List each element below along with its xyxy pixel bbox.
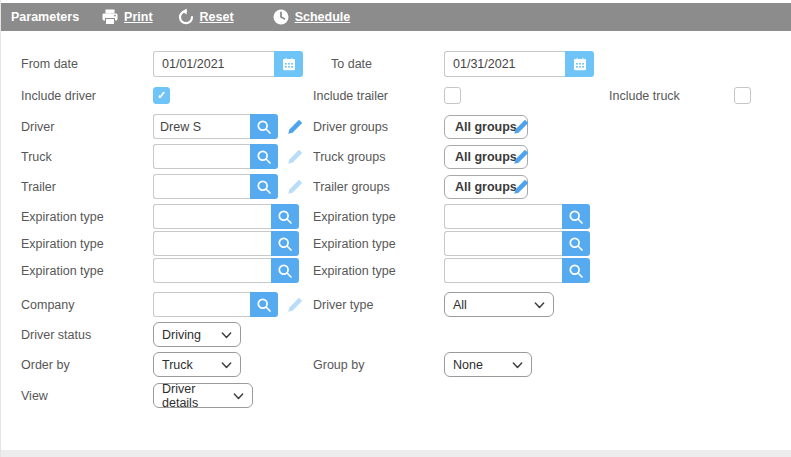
expiration-search-field xyxy=(444,204,590,229)
driver-status-select[interactable]: Driving xyxy=(153,322,241,347)
truck-edit-pencil-icon[interactable] xyxy=(286,148,304,166)
magnifier-icon xyxy=(256,179,272,195)
driver-type-label: Driver type xyxy=(313,292,373,318)
expiration-search-button[interactable] xyxy=(562,231,590,256)
trailer-label: Trailer xyxy=(21,174,56,200)
to-date-field xyxy=(444,51,594,77)
view-select[interactable]: Driver details xyxy=(153,383,253,408)
include-trailer-checkbox[interactable]: ✓ xyxy=(444,87,461,104)
include-trailer-label: Include trailer xyxy=(313,83,388,109)
company-edit-pencil-icon[interactable] xyxy=(286,296,304,314)
company-search-field xyxy=(153,292,278,317)
truck-label: Truck xyxy=(21,144,52,170)
driver-groups-label: Driver groups xyxy=(313,114,388,140)
include-truck-label: Include truck xyxy=(609,83,680,109)
expiration-type-label: Expiration type xyxy=(313,204,396,230)
driver-input[interactable] xyxy=(153,114,250,139)
from-date-label: From date xyxy=(21,51,78,77)
calendar-icon xyxy=(572,56,588,72)
trailer-groups-label: Trailer groups xyxy=(313,174,390,200)
chevron-down-icon xyxy=(220,330,233,340)
order-by-select[interactable]: Truck xyxy=(153,352,241,377)
driver-status-label: Driver status xyxy=(21,322,91,348)
expiration-input-right-1[interactable] xyxy=(444,204,562,229)
expiration-row-1: Expiration type Expiration type xyxy=(1,204,791,230)
driver-groups-edit-pencil-icon[interactable] xyxy=(512,118,530,136)
driver-row: Driver Driver groups All groups xyxy=(1,114,791,140)
truck-groups-edit-pencil-icon[interactable] xyxy=(512,148,530,166)
from-date-field xyxy=(153,51,303,77)
reset-button[interactable]: Reset xyxy=(177,8,234,26)
expiration-search-field xyxy=(444,258,590,283)
expiration-input-right-2[interactable] xyxy=(444,231,562,256)
include-truck-checkbox[interactable]: ✓ xyxy=(734,87,751,104)
chevron-down-icon xyxy=(533,300,546,310)
chevron-down-icon xyxy=(232,391,245,401)
parameters-panel: Parameters Print Reset Schedule From dat… xyxy=(0,0,791,457)
expiration-type-label: Expiration type xyxy=(21,258,104,284)
chevron-down-icon xyxy=(511,360,524,370)
truck-groups-label: Truck groups xyxy=(313,144,385,170)
trailer-input[interactable] xyxy=(153,174,250,199)
trailer-edit-pencil-icon[interactable] xyxy=(286,178,304,196)
magnifier-icon xyxy=(568,263,584,279)
company-row: Company Driver type All xyxy=(1,292,791,318)
expiration-input-left-3[interactable] xyxy=(153,258,271,283)
trailer-search-field xyxy=(153,174,278,199)
include-row: Include driver ✓ Include trailer ✓ Inclu… xyxy=(1,83,791,109)
to-date-input[interactable] xyxy=(444,51,565,77)
expiration-search-button[interactable] xyxy=(562,204,590,229)
truck-search-button[interactable] xyxy=(250,144,278,169)
truck-input[interactable] xyxy=(153,144,250,169)
expiration-search-button[interactable] xyxy=(271,231,299,256)
driver-type-select[interactable]: All xyxy=(444,292,554,317)
view-value: Driver details xyxy=(162,382,226,410)
date-row: From date To date xyxy=(1,51,791,77)
expiration-search-button[interactable] xyxy=(271,258,299,283)
expiration-row-2: Expiration type Expiration type xyxy=(1,231,791,257)
expiration-search-field xyxy=(153,204,299,229)
expiration-type-label: Expiration type xyxy=(21,204,104,230)
expiration-type-label: Expiration type xyxy=(21,231,104,257)
magnifier-icon xyxy=(277,209,293,225)
expiration-input-right-3[interactable] xyxy=(444,258,562,283)
include-driver-label: Include driver xyxy=(21,83,96,109)
truck-search-field xyxy=(153,144,278,169)
printer-icon xyxy=(101,8,119,26)
print-button[interactable]: Print xyxy=(101,8,152,26)
bottom-divider xyxy=(1,450,791,457)
trailer-row: Trailer Trailer groups All groups xyxy=(1,174,791,200)
order-by-value: Truck xyxy=(162,358,193,372)
panel-title: Parameters xyxy=(11,10,79,24)
to-date-calendar-button[interactable] xyxy=(565,51,594,77)
schedule-button[interactable]: Schedule xyxy=(272,8,351,26)
expiration-input-left-1[interactable] xyxy=(153,204,271,229)
expiration-search-button[interactable] xyxy=(271,204,299,229)
trailer-groups-edit-pencil-icon[interactable] xyxy=(512,178,530,196)
expiration-input-left-2[interactable] xyxy=(153,231,271,256)
view-row: View Driver details xyxy=(1,383,791,409)
expiration-row-3: Expiration type Expiration type xyxy=(1,258,791,284)
driver-edit-pencil-icon[interactable] xyxy=(286,118,304,136)
from-date-calendar-button[interactable] xyxy=(274,51,303,77)
trailer-search-button[interactable] xyxy=(250,174,278,199)
driver-type-value: All xyxy=(453,298,467,312)
company-label: Company xyxy=(21,292,75,318)
company-input[interactable] xyxy=(153,292,250,317)
toolbar: Parameters Print Reset Schedule xyxy=(1,3,791,31)
print-label: Print xyxy=(124,10,152,24)
expiration-search-button[interactable] xyxy=(562,258,590,283)
driver-search-button[interactable] xyxy=(250,114,278,139)
schedule-label: Schedule xyxy=(295,10,351,24)
expiration-type-label: Expiration type xyxy=(313,258,396,284)
reset-label: Reset xyxy=(200,10,234,24)
truck-row: Truck Truck groups All groups xyxy=(1,144,791,170)
expiration-type-label: Expiration type xyxy=(313,231,396,257)
from-date-input[interactable] xyxy=(153,51,274,77)
magnifier-icon xyxy=(277,263,293,279)
magnifier-icon xyxy=(256,149,272,165)
company-search-button[interactable] xyxy=(250,292,278,317)
group-by-select[interactable]: None xyxy=(444,352,532,377)
include-driver-checkbox[interactable]: ✓ xyxy=(153,87,170,104)
expiration-search-field xyxy=(153,231,299,256)
